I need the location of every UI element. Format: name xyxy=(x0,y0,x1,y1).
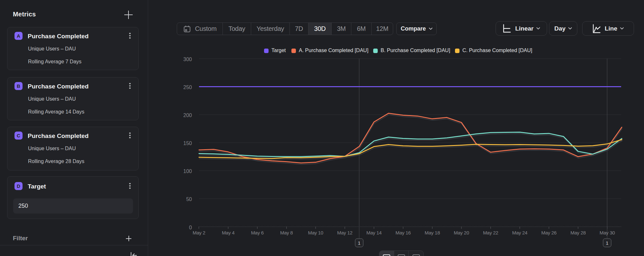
svg-text:May 24: May 24 xyxy=(512,230,527,235)
svg-text:1: 1 xyxy=(358,240,360,246)
svg-text:May 10: May 10 xyxy=(308,230,323,235)
svg-text:May 22: May 22 xyxy=(483,230,498,235)
svg-text:May 30: May 30 xyxy=(600,230,615,235)
svg-text:May 20: May 20 xyxy=(454,230,469,235)
svg-text:0: 0 xyxy=(189,225,192,230)
svg-text:100: 100 xyxy=(183,169,192,174)
svg-text:50: 50 xyxy=(186,197,192,202)
svg-text:250: 250 xyxy=(183,85,192,90)
svg-text:May 16: May 16 xyxy=(395,230,411,235)
svg-text:May 26: May 26 xyxy=(541,230,556,235)
svg-text:May 18: May 18 xyxy=(425,230,440,235)
svg-text:May 8: May 8 xyxy=(280,230,293,235)
svg-text:May 6: May 6 xyxy=(251,230,263,235)
svg-text:May 4: May 4 xyxy=(222,230,234,235)
svg-text:200: 200 xyxy=(183,113,192,118)
svg-text:May 28: May 28 xyxy=(571,230,586,235)
svg-text:300: 300 xyxy=(183,57,192,62)
svg-text:1: 1 xyxy=(606,240,608,246)
svg-text:May 2: May 2 xyxy=(193,230,205,235)
svg-text:May 14: May 14 xyxy=(366,230,382,235)
svg-text:150: 150 xyxy=(183,141,192,146)
svg-text:May 12: May 12 xyxy=(337,230,352,235)
